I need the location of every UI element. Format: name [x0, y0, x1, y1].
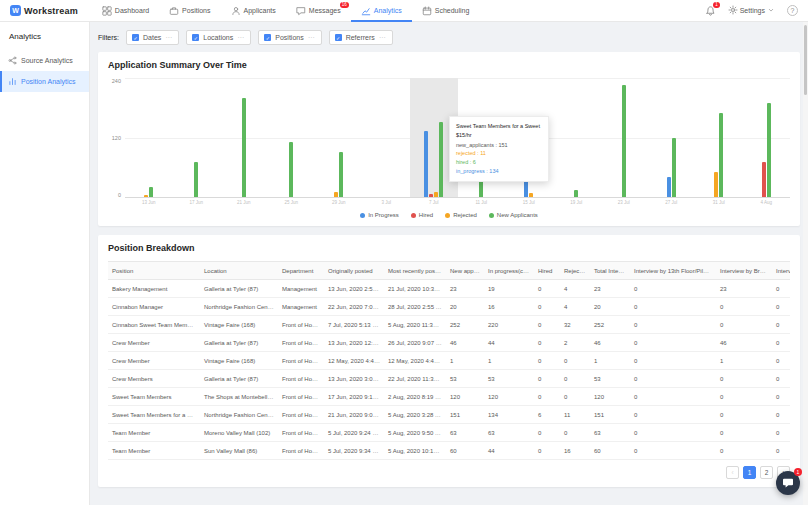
x-tick-label: 17 Jun	[173, 200, 221, 205]
table-cell: 12 May, 2020 4:46 PM	[324, 352, 384, 370]
table-cell: 151	[446, 406, 484, 424]
filter-positions-dropdown[interactable]: Positions⋯	[258, 30, 321, 45]
table-cell: 46	[446, 334, 484, 352]
column-header[interactable]: Interview by 13th Floor/Pilot, Uc Suppor…	[630, 262, 716, 280]
logo-icon: W	[10, 5, 21, 16]
legend-label: Hired	[419, 212, 433, 218]
table-cell: 0	[716, 424, 772, 442]
chart-column[interactable]	[268, 78, 316, 197]
messages-icon	[296, 6, 306, 16]
sidebar-item-source-analytics[interactable]: Source Analytics	[0, 50, 89, 71]
chart-legend: In ProgressHiredRejectedNew Applicants	[108, 205, 790, 222]
bar-new-applicants[interactable]	[622, 85, 626, 197]
legend-item-in-progress[interactable]: In Progress	[360, 212, 399, 218]
chat-launcher[interactable]: 1	[776, 471, 800, 495]
column-header[interactable]: Total Interview	[590, 262, 630, 280]
legend-item-hired[interactable]: Hired	[411, 212, 433, 218]
chart-column[interactable]	[648, 78, 696, 197]
notifications-button[interactable]: 1	[705, 5, 716, 17]
caret-down-icon	[767, 6, 775, 14]
chart-column[interactable]	[125, 78, 173, 197]
chart-column[interactable]	[363, 78, 411, 197]
bar-new-applicants[interactable]	[719, 113, 723, 197]
nav-item-dashboard[interactable]: Dashboard	[92, 0, 159, 22]
scrollbar-thumb[interactable]	[804, 25, 807, 95]
table-cell: 60	[446, 442, 484, 460]
legend-item-new-applicants[interactable]: New Applicants	[489, 212, 538, 218]
column-header[interactable]: Location	[200, 262, 278, 280]
nav-item-messages[interactable]: Messages16	[286, 0, 351, 22]
bar-rejected[interactable]	[529, 193, 533, 197]
bar-rejected[interactable]	[144, 195, 148, 197]
column-header[interactable]: New applicants	[446, 262, 484, 280]
table-cell: Sun Valley Mall (86)	[200, 442, 278, 460]
sidebar-item-position-analytics[interactable]: Position Analytics	[0, 71, 89, 92]
column-header[interactable]: Rejected	[560, 262, 590, 280]
chart-column[interactable]	[553, 78, 601, 197]
table-cell: 44	[484, 442, 534, 460]
nav-item-positions[interactable]: Positions	[159, 0, 220, 22]
bar-rejected[interactable]	[714, 172, 718, 197]
bar-new-applicants[interactable]	[339, 152, 343, 197]
bar-hired[interactable]	[429, 194, 433, 197]
tooltip-line: new_applicants : 151	[456, 141, 542, 150]
column-header[interactable]: Originally posted	[324, 262, 384, 280]
column-header[interactable]: Hired	[534, 262, 560, 280]
bar-new-applicants[interactable]	[672, 138, 676, 198]
bar-in-progress[interactable]	[424, 131, 428, 197]
chart-column[interactable]	[220, 78, 268, 197]
column-header[interactable]: In progress(count)	[484, 262, 534, 280]
chart-column[interactable]	[315, 78, 363, 197]
nav-item-analytics[interactable]: Analytics	[351, 0, 412, 22]
bar-new-applicants[interactable]	[439, 122, 443, 197]
table-cell: 23	[590, 280, 630, 298]
column-header[interactable]: Department	[278, 262, 324, 280]
column-header[interactable]: Interview by Kyra Ort...	[772, 262, 790, 280]
table-cell: 151	[590, 406, 630, 424]
pagination-prev-button[interactable]: ‹	[726, 466, 739, 479]
filter-dates-dropdown[interactable]: Dates⋯	[126, 30, 179, 45]
column-header[interactable]: Interview by Brenda	[716, 262, 772, 280]
bar-new-applicants[interactable]	[242, 98, 246, 197]
legend-dot-icon	[360, 213, 365, 218]
nav-item-scheduling[interactable]: Scheduling	[412, 0, 480, 22]
table-cell: 0	[630, 442, 716, 460]
bar-rejected[interactable]	[434, 192, 438, 197]
chart-column[interactable]	[173, 78, 221, 197]
nav-item-applicants[interactable]: Applicants	[221, 0, 286, 22]
bar-rejected[interactable]	[334, 192, 338, 197]
bar-new-applicants[interactable]	[149, 187, 153, 197]
bar-new-applicants[interactable]	[289, 142, 293, 197]
filter-locations-dropdown[interactable]: Locations⋯	[186, 30, 251, 45]
table-cell: 63	[590, 424, 630, 442]
bar-in-progress[interactable]	[524, 180, 528, 197]
table-cell: 22 Jun, 2020 7:09 PM	[324, 298, 384, 316]
bar-new-applicants[interactable]	[574, 190, 578, 197]
bar-new-applicants[interactable]	[194, 162, 198, 197]
x-axis: 13 Jun17 Jun21 Jun25 Jun29 Jun3 Jul7 Jul…	[125, 198, 790, 205]
column-header[interactable]: Most recently posted	[384, 262, 446, 280]
bar-in-progress[interactable]	[667, 177, 671, 197]
legend-item-rejected[interactable]: Rejected	[445, 212, 477, 218]
x-tick-label: 4 Aug	[743, 200, 791, 205]
scrollbar[interactable]	[803, 22, 808, 505]
table-cell: 0	[534, 370, 560, 388]
bar-new-applicants[interactable]	[767, 103, 771, 197]
table-cell: Front of House	[278, 388, 324, 406]
bar-hired[interactable]	[762, 162, 766, 197]
table-cell: 4	[560, 298, 590, 316]
table-cell: 53	[484, 370, 534, 388]
chart-column[interactable]	[695, 78, 743, 197]
filter-referrers-dropdown[interactable]: Referrers⋯	[329, 30, 393, 45]
chart-column[interactable]	[743, 78, 791, 197]
table-cell: 5 Aug, 2020 11:36 AM	[384, 316, 446, 334]
table-cell: 0	[772, 280, 790, 298]
pagination-page-2[interactable]: 2	[760, 466, 773, 479]
pagination-page-1[interactable]: 1	[743, 466, 756, 479]
logo[interactable]: W Workstream	[10, 5, 78, 16]
table-cell: 53	[446, 370, 484, 388]
chart-column[interactable]	[600, 78, 648, 197]
help-button[interactable]: ?	[787, 5, 798, 16]
column-header[interactable]: Position	[108, 262, 200, 280]
settings-menu[interactable]: Settings	[728, 5, 775, 16]
